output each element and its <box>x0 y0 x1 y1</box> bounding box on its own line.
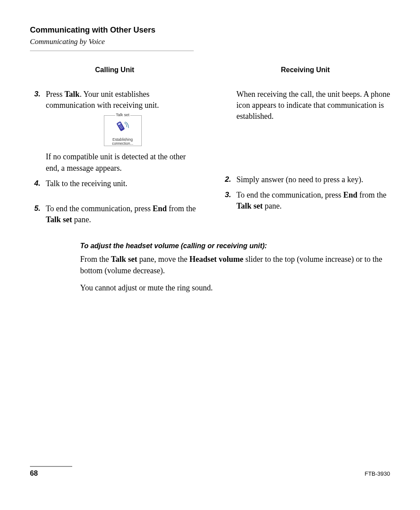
text: pane. <box>72 215 91 224</box>
volume-heading: To adjust the headset volume (calling or… <box>30 242 390 250</box>
svg-rect-0 <box>116 121 125 131</box>
step-body: Press Talk. Your unit establishes commun… <box>46 89 199 174</box>
receiving-unit-head: Receiving Unit <box>221 66 390 74</box>
spacer <box>221 127 390 174</box>
receiving-step-3: When receiving the call, the unit beeps.… <box>221 89 390 122</box>
text: from the <box>167 204 196 213</box>
step-body: To end the communication, press End from… <box>46 203 199 225</box>
step-number: 5. <box>30 203 46 225</box>
page: Communicating with Other Users Communica… <box>0 0 420 510</box>
calling-step-4: 4. Talk to the receiving unit. <box>30 178 199 189</box>
two-column-layout: Calling Unit 3. Press Talk. Your unit es… <box>30 66 390 230</box>
phone-icon <box>116 120 129 136</box>
section-title: Communicating with Other Users <box>30 26 390 35</box>
footer: 68 FTB-3930 <box>30 466 390 477</box>
talk-set-box: Talk set <box>104 115 142 146</box>
calling-step-3: 3. Press Talk. Your unit establishes com… <box>30 89 199 174</box>
receiving-step-3b: 3. To end the communication, press End f… <box>221 190 390 212</box>
step-number: 2. <box>221 174 236 185</box>
talk-set-figure: Talk set <box>46 115 199 146</box>
receiving-unit-column: Receiving Unit When receiving the call, … <box>221 66 390 230</box>
volume-paragraph-2: You cannot adjust or mute the ring sound… <box>30 282 390 294</box>
bold: Talk <box>65 90 80 99</box>
header-rule <box>30 51 194 51</box>
bold: End <box>153 204 167 213</box>
volume-paragraph-1: From the Talk set pane, move the Headset… <box>30 253 390 276</box>
step-body: Talk to the receiving unit. <box>46 178 199 189</box>
calling-unit-column: Calling Unit 3. Press Talk. Your unit es… <box>30 66 199 230</box>
text: pane, move the <box>137 255 189 264</box>
bold: Talk set <box>236 202 263 210</box>
text: Press <box>46 90 65 99</box>
calling-unit-head: Calling Unit <box>30 66 199 74</box>
step-body: Simply answer (no need to press a key). <box>236 174 390 185</box>
text: To end the communication, press <box>46 204 153 213</box>
talk-set-caption: Establishing connection... <box>104 138 141 146</box>
text: From the <box>80 255 111 264</box>
text: pane. <box>263 202 282 210</box>
bold: Headset volume <box>189 255 243 264</box>
talk-set-legend: Talk set <box>115 112 130 118</box>
step-body: To end the communication, press End from… <box>236 190 390 212</box>
document-id: FTB-3930 <box>365 470 390 477</box>
footer-rule <box>30 466 72 467</box>
bold: Talk set <box>46 215 72 224</box>
page-number: 68 <box>30 470 38 477</box>
text: If no compatible unit is detected at the… <box>46 151 199 173</box>
calling-step-5: 5. To end the communication, press End f… <box>30 203 199 225</box>
bold: End <box>343 191 357 199</box>
step-number-blank <box>221 89 236 122</box>
text: To end the communication, press <box>236 191 343 199</box>
spacer <box>30 194 199 203</box>
step-body: When receiving the call, the unit beeps.… <box>236 89 390 122</box>
caption-line2: connection... <box>112 141 133 146</box>
step-number: 3. <box>221 190 236 212</box>
bold: Talk set <box>111 255 137 264</box>
section-subtitle: Communicating by Voice <box>30 37 390 46</box>
receiving-step-2: 2. Simply answer (no need to press a key… <box>221 174 390 185</box>
text: from the <box>357 191 387 199</box>
footer-row: 68 FTB-3930 <box>30 470 390 477</box>
step-number: 4. <box>30 178 46 189</box>
step-number: 3. <box>30 89 46 174</box>
